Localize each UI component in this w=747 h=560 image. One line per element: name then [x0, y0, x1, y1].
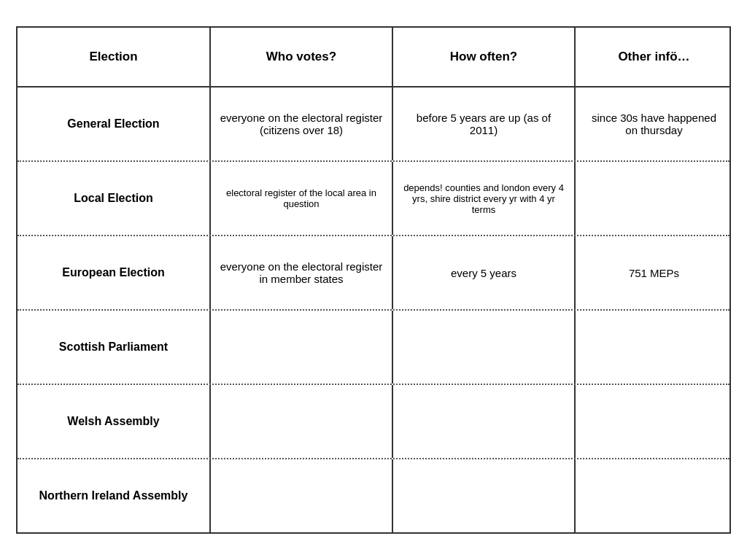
election-name-cell: Welsh Assembly [18, 385, 211, 458]
table-row: General Electioneveryone on the electora… [18, 88, 729, 162]
header-who-votes: Who votes? [211, 28, 393, 86]
election-name-cell: Scottish Parliament [18, 311, 211, 384]
other-info-cell [576, 385, 732, 458]
other-info-cell [576, 162, 732, 235]
who-votes-cell [211, 311, 393, 384]
table-header: Election Who votes? How often? Other inf… [18, 28, 729, 88]
other-info-cell: since 30s have happened on thursday [576, 88, 732, 160]
table-row: European Electioneveryone on the elector… [18, 236, 729, 311]
how-often-cell [393, 311, 576, 384]
election-name-cell: Northern Ireland Assembly [18, 459, 211, 532]
elections-table: Election Who votes? How often? Other inf… [16, 26, 731, 534]
table-row: Welsh Assembly [18, 385, 729, 459]
election-name-cell: General Election [18, 88, 211, 160]
election-name-cell: European Election [18, 236, 211, 309]
how-often-cell: depends! counties and london every 4 yrs… [393, 162, 576, 235]
how-often-cell: every 5 years [393, 236, 576, 309]
other-info-cell [576, 311, 732, 384]
who-votes-cell [211, 459, 393, 532]
table-row: Scottish Parliament [18, 311, 729, 385]
header-other-info: Other infö… [576, 28, 732, 86]
other-info-cell [576, 459, 732, 532]
how-often-cell [393, 385, 576, 458]
who-votes-cell: everyone on the electoral register (citi… [211, 88, 393, 160]
how-often-cell: before 5 years are up (as of 2011) [393, 88, 576, 160]
who-votes-cell [211, 385, 393, 458]
table-row: Northern Ireland Assembly [18, 459, 729, 532]
header-election: Election [18, 28, 211, 86]
election-name-cell: Local Election [18, 162, 211, 235]
who-votes-cell: everyone on the electoral register in me… [211, 236, 393, 309]
who-votes-cell: electoral register of the local area in … [211, 162, 393, 235]
how-often-cell [393, 459, 576, 532]
header-how-often: How often? [393, 28, 576, 86]
table-row: Local Electionelectoral register of the … [18, 162, 729, 236]
other-info-cell: 751 MEPs [576, 236, 732, 309]
